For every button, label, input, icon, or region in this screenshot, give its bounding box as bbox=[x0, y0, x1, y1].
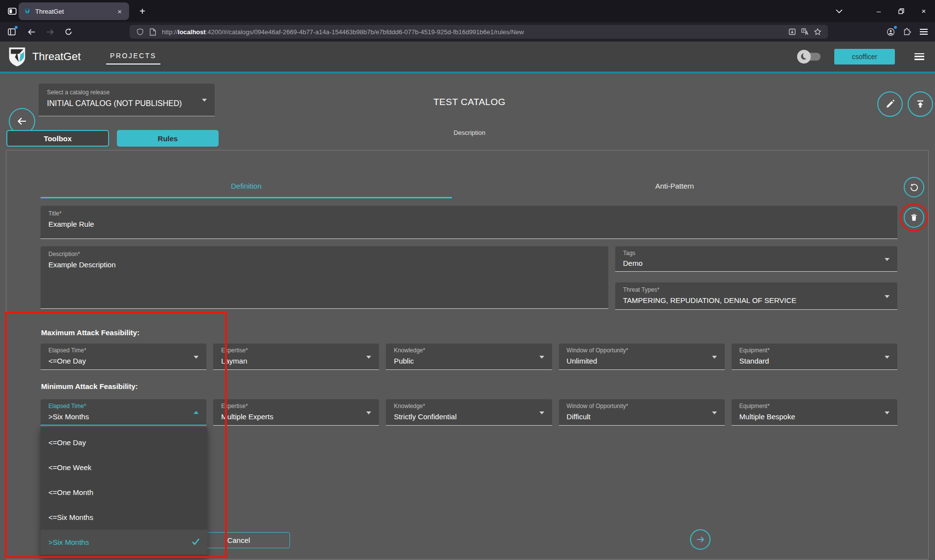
hamburger-icon bbox=[920, 29, 928, 35]
elapsed-time-dropdown-menu: <=One Day <=One Week <=One Month <=Six M… bbox=[41, 427, 207, 558]
threat-types-select[interactable]: Threat Types* TAMPERING, REPUDIATION, DE… bbox=[615, 282, 897, 310]
save-page-button[interactable] bbox=[786, 26, 799, 38]
chevron-down-icon bbox=[885, 258, 890, 261]
threat-types-label: Threat Types* bbox=[623, 286, 659, 293]
close-window-button[interactable]: × bbox=[913, 0, 935, 22]
account-button[interactable] bbox=[882, 24, 899, 39]
chevron-up-icon bbox=[194, 411, 199, 414]
dark-mode-toggle[interactable] bbox=[800, 53, 821, 61]
header-accent-line bbox=[0, 71, 935, 73]
firefox-view-icon bbox=[8, 7, 17, 16]
browser-menu-button[interactable] bbox=[915, 24, 932, 39]
bookmark-star-button[interactable] bbox=[811, 26, 824, 38]
menu-option[interactable]: <=One Month bbox=[41, 480, 207, 505]
translate-button[interactable] bbox=[799, 26, 811, 38]
url-bar[interactable]: http://localhost:4200/#/catalogs/094e46a… bbox=[130, 25, 828, 39]
browser-tab[interactable]: ThreatGet × bbox=[19, 2, 129, 20]
max-knowledge-select[interactable]: Knowledge* Public bbox=[386, 344, 552, 370]
extensions-button[interactable] bbox=[899, 24, 915, 39]
account-notification-dot bbox=[894, 26, 897, 29]
window-controls: – × bbox=[868, 0, 935, 22]
active-tab-indicator bbox=[41, 197, 452, 198]
min-window-of-opportunity-select[interactable]: Window of Opportunity* Difficult bbox=[559, 399, 725, 426]
site-info-page-icon[interactable] bbox=[146, 26, 159, 38]
menu-option-selected[interactable]: >Six Months bbox=[41, 530, 207, 555]
arrow-right-icon bbox=[695, 535, 705, 544]
forward-button[interactable] bbox=[42, 24, 58, 39]
sidebar-toggle-button[interactable] bbox=[4, 24, 20, 39]
publish-catalog-button[interactable] bbox=[908, 91, 933, 117]
chevron-down-icon bbox=[885, 295, 890, 298]
nav-projects-tab[interactable]: PROJECTS bbox=[106, 45, 160, 68]
release-select-value: INITIAL CATALOG (NOT PUBLISHED) bbox=[47, 99, 182, 108]
app-header: ThreatGet PROJECTS csofficer bbox=[0, 42, 935, 71]
trash-icon bbox=[910, 213, 918, 222]
minimize-button[interactable]: – bbox=[868, 0, 890, 22]
max-equipment-select[interactable]: Equipment* Standard bbox=[732, 344, 897, 370]
tracking-protection-shield-icon[interactable] bbox=[134, 26, 146, 38]
dark-mode-knob bbox=[797, 50, 811, 64]
release-select-label: Select a catalog release bbox=[47, 89, 110, 96]
catalog-release-select[interactable]: Select a catalog release INITIAL CATALOG… bbox=[39, 84, 215, 116]
chevron-down-icon bbox=[712, 411, 717, 414]
catalog-description: Description bbox=[372, 129, 567, 136]
description-label: Description* bbox=[48, 251, 80, 258]
edit-catalog-button[interactable] bbox=[877, 91, 903, 117]
max-window-of-opportunity-select[interactable]: Window of Opportunity* Unlimited bbox=[559, 344, 725, 370]
reset-rule-button[interactable] bbox=[904, 177, 924, 197]
url-text[interactable]: http://localhost:4200/#/catalogs/094e46a… bbox=[162, 28, 786, 36]
threatget-logo bbox=[8, 46, 26, 67]
max-elapsed-time-select[interactable]: Elapsed Time* <=One Day bbox=[41, 344, 206, 370]
app-name: ThreatGet bbox=[32, 50, 81, 63]
new-tab-button[interactable]: + bbox=[135, 4, 150, 19]
chevron-down-icon bbox=[539, 411, 544, 414]
menu-option[interactable]: <=One Week bbox=[41, 455, 207, 480]
back-arrow-icon bbox=[16, 115, 28, 127]
max-expertise-select[interactable]: Expertise* Layman bbox=[213, 344, 379, 370]
title-value: Example Rule bbox=[48, 220, 94, 228]
chevron-down-icon bbox=[539, 356, 544, 359]
max-feasibility-row: Elapsed Time* <=One Day Expertise* Layma… bbox=[41, 344, 897, 370]
toolbar-right-cluster bbox=[882, 24, 932, 39]
notification-dot bbox=[15, 26, 18, 29]
min-feasibility-heading: Minimum Attack Feasibility: bbox=[41, 382, 138, 390]
tags-select[interactable]: Tags Demo bbox=[615, 246, 897, 272]
description-value: Example Description bbox=[48, 260, 116, 269]
submit-next-button[interactable] bbox=[690, 529, 711, 550]
min-knowledge-select[interactable]: Knowledge* Strictly Confidential bbox=[386, 399, 552, 426]
threatget-favicon bbox=[23, 7, 31, 15]
back-button[interactable] bbox=[23, 24, 39, 39]
extensions-puzzle-icon bbox=[903, 28, 911, 36]
list-all-tabs-button[interactable] bbox=[830, 0, 848, 22]
tab-close-icon[interactable]: × bbox=[115, 6, 124, 17]
min-expertise-select[interactable]: Expertise* Multiple Experts bbox=[213, 399, 379, 426]
chevron-down-icon bbox=[202, 99, 207, 102]
toolbox-tab-button[interactable]: Toolbox bbox=[6, 130, 109, 147]
delete-rule-button[interactable] bbox=[904, 207, 924, 228]
tab-definition[interactable]: Definition bbox=[41, 182, 452, 190]
restore-button[interactable] bbox=[890, 0, 913, 22]
tab-anti-pattern[interactable]: Anti-Pattern bbox=[452, 182, 897, 190]
title-field[interactable]: Title* Example Rule bbox=[41, 206, 897, 239]
restore-icon bbox=[898, 8, 904, 14]
menu-option[interactable]: <=One Day bbox=[41, 430, 207, 455]
user-account-button[interactable]: csofficer bbox=[834, 49, 895, 65]
menu-option[interactable]: <=Six Months bbox=[41, 505, 207, 530]
chevron-down-icon bbox=[366, 356, 371, 359]
sidebar-icon bbox=[8, 28, 16, 36]
browser-tab-bar: ThreatGet × + – × bbox=[0, 0, 935, 22]
firefox-view-button[interactable] bbox=[4, 3, 21, 20]
threat-types-value: TAMPERING, REPUDIATION, DENIAL OF SERVIC… bbox=[623, 296, 797, 304]
pencil-icon bbox=[885, 99, 895, 109]
chevron-down-icon bbox=[836, 9, 843, 13]
min-elapsed-time-select[interactable]: Elapsed Time* >Six Months bbox=[41, 399, 206, 426]
rules-tab-button[interactable]: Rules bbox=[117, 130, 219, 147]
chevron-down-icon bbox=[885, 356, 890, 359]
chevron-down-icon bbox=[366, 411, 371, 414]
check-icon bbox=[191, 537, 200, 548]
min-equipment-select[interactable]: Equipment* Multiple Bespoke bbox=[732, 399, 897, 426]
description-field[interactable]: Description* Example Description bbox=[41, 246, 608, 309]
browser-toolbar: http://localhost:4200/#/catalogs/094e46a… bbox=[0, 22, 935, 42]
reload-button[interactable] bbox=[61, 24, 76, 39]
app-menu-button[interactable] bbox=[914, 53, 924, 60]
